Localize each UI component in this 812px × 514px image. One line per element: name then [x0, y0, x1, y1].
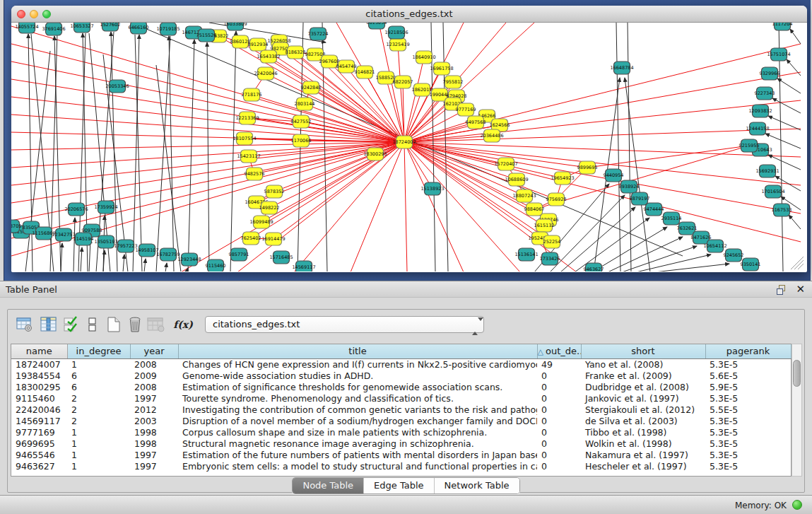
- float-panel-icon[interactable]: [777, 285, 787, 295]
- graph-node[interactable]: 2803144: [295, 98, 315, 110]
- close-panel-icon[interactable]: ✕: [796, 283, 805, 296]
- table-row[interactable]: 977716911998Corpus callosum shape and si…: [11, 426, 791, 438]
- graph-node[interactable]: 37691406: [42, 23, 65, 35]
- table-row[interactable]: 911546021997Tourette syndrome. Phenomeno…: [11, 392, 791, 404]
- table-mode-icon[interactable]: [15, 315, 35, 334]
- graph-node[interactable]: 9482576: [245, 168, 265, 180]
- graph-node[interactable]: 8427552: [291, 115, 312, 128]
- node-table[interactable]: namein_degreeyeartitle△out_de...shortpag…: [11, 344, 792, 477]
- graph-node[interactable]: 15751074: [767, 48, 790, 61]
- graph-node[interactable]: 10719185: [156, 23, 180, 35]
- graph-node[interactable]: 1117204: [772, 23, 793, 30]
- function-builder-icon[interactable]: f(x): [173, 315, 193, 334]
- graph-node[interactable]: 9115460: [206, 259, 226, 271]
- graph-node[interactable]: 18300295: [363, 148, 387, 160]
- graph-node[interactable]: 9245652: [724, 249, 744, 262]
- column-header-title[interactable]: title: [178, 344, 537, 358]
- delete-icon[interactable]: [125, 315, 145, 334]
- graph-node[interactable]: 9242848: [301, 81, 322, 94]
- graph-node[interactable]: 6466160: [129, 23, 149, 34]
- graph-node[interactable]: 20206576: [64, 203, 88, 216]
- graph-node[interactable]: 9146821: [355, 66, 375, 78]
- graph-node[interactable]: 18807243: [512, 189, 536, 202]
- graph-node[interactable]: 1170066: [291, 134, 312, 147]
- graph-node[interactable]: 15138923: [420, 182, 444, 195]
- graph-node[interactable]: 19218506: [384, 26, 408, 39]
- graph-node[interactable]: 15423117: [237, 150, 260, 163]
- graph-node[interactable]: 9884067: [524, 203, 545, 216]
- graph-node[interactable]: 8938924: [619, 180, 640, 193]
- network-view-window[interactable]: citations_edges.txt 18724007183002957663…: [11, 6, 807, 272]
- graph-node[interactable]: 6497568: [466, 116, 486, 129]
- graph-node[interactable]: 9474444: [644, 203, 664, 216]
- graph-node[interactable]: 1145194: [73, 233, 94, 245]
- graph-node[interactable]: 9756928: [546, 193, 567, 206]
- graph-node[interactable]: 12325419: [386, 38, 409, 51]
- network-graph-canvas[interactable]: 1872400718300295766382288601288912934152…: [11, 23, 806, 271]
- graph-node[interactable]: 9899695: [577, 161, 598, 174]
- graph-node[interactable]: 7625402: [241, 232, 261, 245]
- graph-node[interactable]: 17957223: [114, 240, 137, 252]
- graph-node[interactable]: 10654112: [703, 240, 726, 252]
- graph-node[interactable]: 16099489: [249, 216, 273, 228]
- graph-node[interactable]: 1527602: [100, 23, 121, 31]
- graph-node[interactable]: 16033809: [223, 23, 247, 30]
- graph-node[interactable]: 7357224: [308, 28, 329, 40]
- graph-node[interactable]: 8813054: [367, 23, 387, 29]
- graph-node[interactable]: 9227343: [755, 87, 775, 100]
- window-titlebar[interactable]: citations_edges.txt: [11, 6, 807, 23]
- table-row[interactable]: 946362711997Embryonic stem cells: a mode…: [11, 460, 791, 472]
- column-visibility-icon[interactable]: [39, 315, 59, 334]
- graph-node[interactable]: 14958107: [135, 244, 158, 257]
- graph-node[interactable]: 8215955: [739, 139, 760, 152]
- graph-node[interactable]: 17016504: [761, 185, 784, 198]
- graph-node[interactable]: 16543382: [257, 50, 280, 63]
- graph-node[interactable]: 1167533: [772, 204, 792, 216]
- table-scrollbar[interactable]: [792, 344, 802, 477]
- graph-node[interactable]: 12444158: [746, 122, 769, 135]
- table-header-row[interactable]: namein_degreeyeartitle△out_de...shortpag…: [11, 344, 791, 358]
- graph-node[interactable]: 19654923: [551, 172, 574, 185]
- graph-node[interactable]: 20053346: [105, 80, 129, 93]
- column-header-in_degree[interactable]: in_degree: [67, 344, 130, 358]
- graph-node[interactable]: 5878352: [264, 185, 285, 198]
- graph-node[interactable]: 6879197: [630, 192, 650, 205]
- graph-node[interactable]: 1498222: [259, 201, 280, 214]
- graph-node[interactable]: 15716485: [269, 251, 293, 264]
- graph-node[interactable]: 12213369: [235, 112, 259, 124]
- table-row[interactable]: 969969511998Structural magnetic resonanc…: [11, 438, 791, 449]
- graph-node[interactable]: 1733426: [540, 252, 560, 265]
- graph-node[interactable]: 9329966: [760, 67, 780, 80]
- graph-node[interactable]: 12923448: [177, 253, 201, 266]
- graph-node[interactable]: 16961758: [430, 62, 453, 75]
- graph-node[interactable]: 20364486: [480, 129, 503, 142]
- graph-node[interactable]: 18107554: [233, 132, 256, 145]
- graph-node[interactable]: 14055724: [15, 23, 38, 33]
- graph-node[interactable]: 16782759: [156, 248, 180, 261]
- graph-node[interactable]: 7955812: [443, 76, 464, 88]
- column-header-pagerank[interactable]: pagerank: [705, 344, 791, 358]
- graph-node[interactable]: 9857791: [229, 248, 249, 261]
- graph-node[interactable]: 15692931: [755, 165, 779, 177]
- resize-grip-icon[interactable]: [791, 257, 804, 269]
- graph-node[interactable]: 252254: [543, 235, 561, 248]
- row-height-icon[interactable]: [83, 315, 102, 334]
- graph-node[interactable]: 9350141: [741, 258, 761, 271]
- graph-node[interactable]: 17359924: [94, 201, 117, 214]
- table-row[interactable]: 1938455462009Genome-wide association stu…: [11, 370, 791, 381]
- graph-node[interactable]: 8186328: [286, 46, 306, 59]
- column-header-year[interactable]: year: [130, 344, 178, 358]
- table-selector-dropdown[interactable]: citations_edges.txt: [205, 316, 484, 333]
- graph-node[interactable]: 16914479: [261, 233, 285, 245]
- graph-node[interactable]: 8912934: [248, 38, 269, 51]
- graph-node[interactable]: 9440954: [604, 169, 624, 182]
- graph-node[interactable]: 7515526: [196, 29, 217, 42]
- table-row[interactable]: 2242004622012Investigating the contribut…: [11, 404, 791, 415]
- graph-node[interactable]: 15136141: [514, 248, 538, 261]
- column-header-out_de[interactable]: △out_de...: [537, 344, 581, 358]
- table-row[interactable]: 1830029562008Estimation of significance …: [11, 381, 791, 392]
- tab-edge-table[interactable]: Edge Table: [364, 478, 434, 493]
- new-column-icon[interactable]: [104, 315, 124, 334]
- table-row[interactable]: 1872400712008Changes of HCN gene express…: [11, 358, 791, 370]
- graph-node[interactable]: 18724007: [392, 136, 416, 148]
